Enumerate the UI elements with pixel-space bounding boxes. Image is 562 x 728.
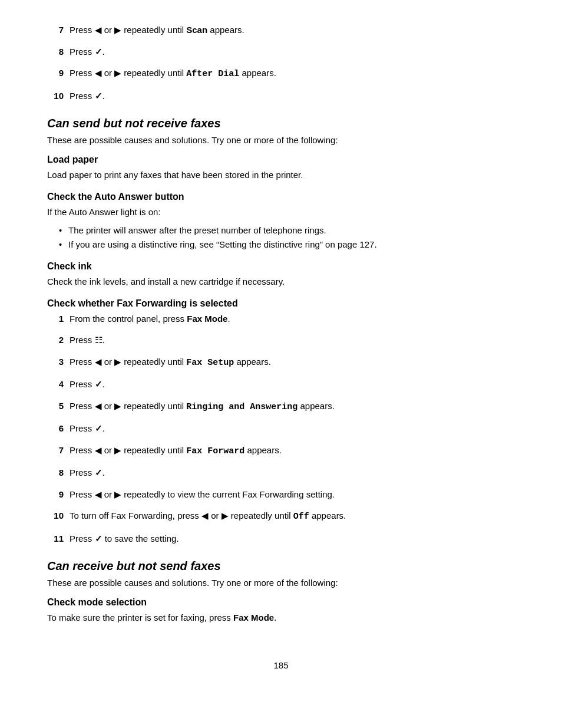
step-num-7: 7 [47, 25, 64, 35]
step-10: 10 Press ✓. [47, 90, 515, 103]
fax-forward-steps: 1 From the control panel, press Fax Mode… [47, 312, 515, 546]
subsection-check-mode-title: Check mode selection [47, 597, 515, 608]
ff-step-text-8: Press ✓. [70, 466, 105, 480]
top-steps: 7 Press ◀ or ▶ repeatedly until Scan app… [47, 24, 515, 103]
subsection-check-mode-body: To make sure the printer is set for faxi… [47, 611, 515, 625]
ff-step-text-6: Press ✓. [70, 422, 105, 436]
section2-intro: These are possible causes and solutions.… [47, 578, 515, 588]
ff-step-num-8: 8 [47, 467, 64, 477]
page-footer: 185 [47, 660, 515, 670]
ff-step-num-7: 7 [47, 445, 64, 455]
step-num-10: 10 [47, 91, 64, 101]
ff-step-text-11: Press ✓ to save the setting. [70, 532, 179, 546]
ff-step-text-7: Press ◀ or ▶ repeatedly until Fax Forwar… [70, 444, 282, 459]
ff-step-8: 8 Press ✓. [47, 466, 515, 480]
subsection-check-ink-title: Check ink [47, 261, 515, 272]
section1-title: Can send but not receive faxes [47, 117, 515, 130]
ff-step-num-3: 3 [47, 357, 64, 367]
ff-step-1: 1 From the control panel, press Fax Mode… [47, 312, 515, 326]
step-text-8: Press ✓. [70, 45, 105, 59]
subsection-auto-answer-title: Check the Auto Answer button [47, 192, 515, 202]
ff-step-2: 2 Press ☷. [47, 334, 515, 347]
section-cant-send: Can receive but not send faxes These are… [47, 559, 515, 625]
ff-step-5: 5 Press ◀ or ▶ repeatedly until Ringing … [47, 400, 515, 414]
ff-step-num-5: 5 [47, 401, 64, 411]
page-number: 185 [273, 660, 288, 670]
ff-step-num-11: 11 [47, 533, 64, 543]
ff-step-text-9: Press ◀ or ▶ repeatedly to view the curr… [70, 488, 335, 502]
ff-step-text-2: Press ☷. [70, 334, 105, 347]
auto-answer-bullets: The printer will answer after the preset… [59, 223, 515, 252]
ff-step-num-10: 10 [47, 510, 64, 521]
ff-step-text-1: From the control panel, press Fax Mode. [70, 312, 230, 326]
subsection-check-ink-body: Check the ink levels, and install a new … [47, 275, 515, 289]
ff-step-num-2: 2 [47, 335, 64, 345]
ff-step-10: 10 To turn off Fax Forwarding, press ◀ o… [47, 509, 515, 524]
ff-step-num-9: 9 [47, 489, 64, 499]
ff-step-num-6: 6 [47, 423, 64, 433]
ff-step-text-4: Press ✓. [70, 378, 105, 391]
step-8: 8 Press ✓. [47, 45, 515, 59]
step-9: 9 Press ◀ or ▶ repeatedly until After Di… [47, 67, 515, 81]
step-7: 7 Press ◀ or ▶ repeatedly until Scan app… [47, 24, 515, 37]
section1-intro: These are possible causes and solutions.… [47, 135, 515, 145]
ff-step-num-4: 4 [47, 379, 64, 389]
ff-step-text-10: To turn off Fax Forwarding, press ◀ or ▶… [70, 509, 346, 524]
step-text-10: Press ✓. [70, 90, 105, 103]
subsection-load-paper-title: Load paper [47, 154, 515, 165]
section-cant-receive: Can send but not receive faxes These are… [47, 117, 515, 545]
bullet-2: If you are using a distinctive ring, see… [59, 238, 515, 252]
ff-step-6: 6 Press ✓. [47, 422, 515, 436]
step-num-8: 8 [47, 47, 64, 57]
subsection-auto-answer-intro: If the Auto Answer light is on: [47, 206, 515, 219]
ff-step-text-3: Press ◀ or ▶ repeatedly until Fax Setup … [70, 355, 271, 370]
subsection-fax-forward-title: Check whether Fax Forwarding is selected [47, 298, 515, 309]
subsection-load-paper-body: Load paper to print any faxes that have … [47, 169, 515, 182]
ff-step-3: 3 Press ◀ or ▶ repeatedly until Fax Setu… [47, 355, 515, 370]
section2-title: Can receive but not send faxes [47, 559, 515, 573]
ff-step-11: 11 Press ✓ to save the setting. [47, 532, 515, 546]
bullet-1: The printer will answer after the preset… [59, 223, 515, 238]
ff-step-9: 9 Press ◀ or ▶ repeatedly to view the cu… [47, 488, 515, 502]
ff-step-text-5: Press ◀ or ▶ repeatedly until Ringing an… [70, 400, 335, 414]
ff-step-4: 4 Press ✓. [47, 378, 515, 391]
step-num-9: 9 [47, 68, 64, 78]
ff-step-7: 7 Press ◀ or ▶ repeatedly until Fax Forw… [47, 444, 515, 459]
ff-step-num-1: 1 [47, 314, 64, 324]
step-text-7: Press ◀ or ▶ repeatedly until Scan appea… [70, 24, 244, 37]
step-text-9: Press ◀ or ▶ repeatedly until After Dial… [70, 67, 276, 81]
